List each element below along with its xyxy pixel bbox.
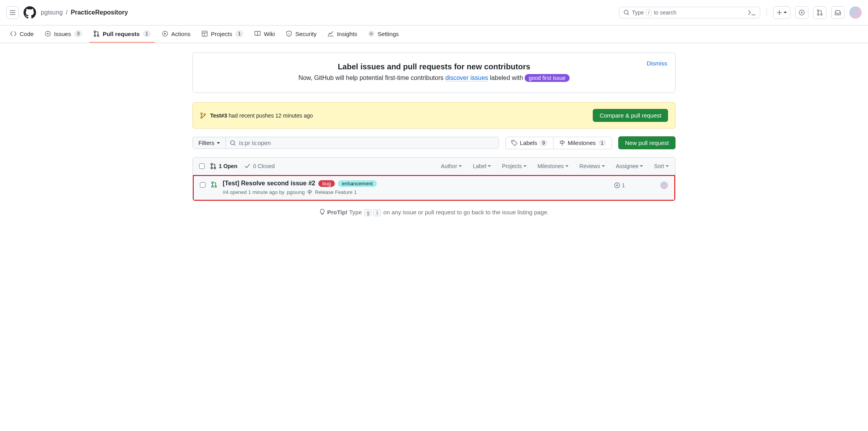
info-title: Label issues and pull requests for new c… — [202, 62, 666, 71]
tab-wiki[interactable]: Wiki — [251, 26, 279, 43]
gear-icon — [368, 31, 374, 37]
pr-open-icon — [211, 181, 217, 188]
svg-rect-14 — [289, 34, 289, 35]
pr-milestone-link[interactable]: Release Feature 1 — [315, 189, 357, 195]
author-filter[interactable]: Author — [441, 163, 462, 169]
assignee-filter[interactable]: Assignee — [616, 163, 643, 169]
closed-count-label: 0 Closed — [253, 163, 274, 169]
breadcrumb: pgisung / PracticeRepository — [41, 9, 128, 16]
labels-milestones-group: Labels9 Milestones1 — [505, 137, 612, 149]
open-state[interactable]: 1 Open — [210, 163, 237, 169]
pr-author-link[interactable]: pgisung — [287, 189, 305, 195]
filter-query: is:pr is:open — [239, 139, 271, 146]
breadcrumb-owner[interactable]: pgisung — [41, 9, 63, 16]
svg-point-10 — [97, 35, 99, 36]
labels-count: 9 — [539, 139, 548, 147]
header-filters: Author Label Projects Milestones Reviews… — [441, 163, 669, 169]
dismiss-button[interactable]: Dismiss — [647, 60, 668, 67]
tab-settings[interactable]: Settings — [364, 26, 403, 43]
closed-state[interactable]: 0 Closed — [244, 163, 274, 169]
plus-icon — [777, 10, 782, 15]
svg-point-19 — [231, 141, 234, 145]
dd-label: Assignee — [616, 163, 639, 169]
protip-bold: ProTip! — [327, 209, 347, 216]
user-avatar[interactable] — [849, 6, 862, 19]
dd-label: Reviews — [579, 163, 600, 169]
svg-point-25 — [212, 186, 213, 187]
search-input[interactable]: Type / to search — [619, 7, 760, 18]
select-all-checkbox[interactable] — [199, 163, 205, 169]
filters-dropdown[interactable]: Filters — [193, 137, 226, 148]
svg-point-13 — [289, 33, 289, 34]
pr-title[interactable]: [Test] Resolve second issue #2 — [223, 180, 315, 187]
tab-code[interactable]: Code — [6, 26, 38, 43]
tab-projects-label: Projects — [211, 31, 232, 37]
tab-issues[interactable]: Issues3 — [41, 25, 86, 43]
discover-issues-link[interactable]: discover issues — [445, 74, 488, 81]
review-count[interactable]: 1 — [614, 182, 625, 188]
tab-security[interactable]: Security — [282, 26, 320, 43]
pr-row[interactable]: [Test] Resolve second issue #2 bug enhan… — [193, 175, 675, 201]
assignee-avatar[interactable] — [660, 181, 668, 189]
tab-insights[interactable]: Insights — [323, 26, 361, 43]
pr-list: 1 Open 0 Closed Author Label Projects Mi… — [192, 157, 676, 201]
info-text: Now, GitHub will help potential first-ti… — [202, 74, 666, 81]
tab-projects[interactable]: Projects1 — [198, 25, 247, 43]
open-count-label: 1 Open — [219, 163, 237, 169]
inbox-shortcut[interactable] — [831, 6, 844, 19]
contributor-info-box: Dismiss Label issues and pull requests f… — [192, 53, 676, 93]
filter-search-input[interactable]: is:pr is:open — [226, 137, 499, 148]
label-bug[interactable]: bug — [318, 180, 335, 187]
milestones-link[interactable]: Milestones1 — [553, 137, 612, 149]
tab-wiki-label: Wiki — [264, 31, 275, 37]
good-first-issue-label[interactable]: good first issue — [525, 74, 569, 82]
svg-point-9 — [94, 35, 96, 36]
label-enhancement[interactable]: enhancement — [338, 180, 377, 187]
svg-point-28 — [616, 185, 618, 186]
pr-icon — [817, 9, 823, 16]
issue-icon — [45, 31, 51, 37]
issues-shortcut[interactable] — [795, 6, 808, 19]
svg-point-18 — [204, 114, 205, 115]
table-icon — [202, 31, 208, 37]
menu-button[interactable] — [6, 6, 19, 19]
inbox-icon — [835, 9, 841, 16]
command-palette-icon[interactable] — [748, 9, 756, 16]
shield-icon — [286, 31, 292, 37]
info-post: labeled with — [488, 74, 525, 81]
compare-pr-button[interactable]: Compare & pull request — [593, 109, 668, 122]
search-icon — [230, 140, 236, 146]
milestones-filter[interactable]: Milestones — [538, 163, 568, 169]
pr-list-header: 1 Open 0 Closed Author Label Projects Mi… — [193, 158, 675, 175]
svg-point-2 — [801, 12, 803, 13]
github-logo-icon[interactable] — [24, 6, 36, 19]
branch-name: Test#3 — [210, 112, 227, 119]
tab-pull-requests[interactable]: Pull requests1 — [89, 25, 155, 43]
dd-label: Sort — [654, 163, 664, 169]
pr-right: 1 — [614, 181, 668, 189]
chevron-down-icon — [666, 165, 669, 167]
protip-pre: Type — [348, 209, 364, 216]
dd-label: Label — [473, 163, 486, 169]
svg-point-21 — [211, 163, 212, 165]
create-new-button[interactable] — [773, 6, 790, 19]
row-checkbox[interactable] — [200, 182, 205, 188]
reviews-filter[interactable]: Reviews — [579, 163, 605, 169]
label-filter[interactable]: Label — [473, 163, 491, 169]
prs-shortcut[interactable] — [813, 6, 826, 19]
svg-point-4 — [817, 14, 819, 15]
tab-actions-label: Actions — [171, 31, 191, 37]
projects-filter[interactable]: Projects — [502, 163, 527, 169]
tag-icon — [511, 140, 518, 146]
breadcrumb-repo[interactable]: PracticeRepository — [71, 9, 128, 16]
info-pre: Now, GitHub will help potential first-ti… — [298, 74, 445, 81]
svg-rect-12 — [202, 31, 207, 36]
milestones-label: Milestones — [568, 139, 596, 146]
sort-filter[interactable]: Sort — [654, 163, 669, 169]
tab-actions[interactable]: Actions — [158, 26, 194, 43]
new-pr-button[interactable]: New pull request — [618, 136, 676, 149]
global-header: pgisung / PracticeRepository Type / to s… — [0, 0, 868, 25]
push-text: Test#3 had recent pushes 12 minutes ago — [210, 112, 313, 119]
labels-link[interactable]: Labels9 — [506, 137, 553, 149]
milestones-count: 1 — [598, 139, 607, 147]
